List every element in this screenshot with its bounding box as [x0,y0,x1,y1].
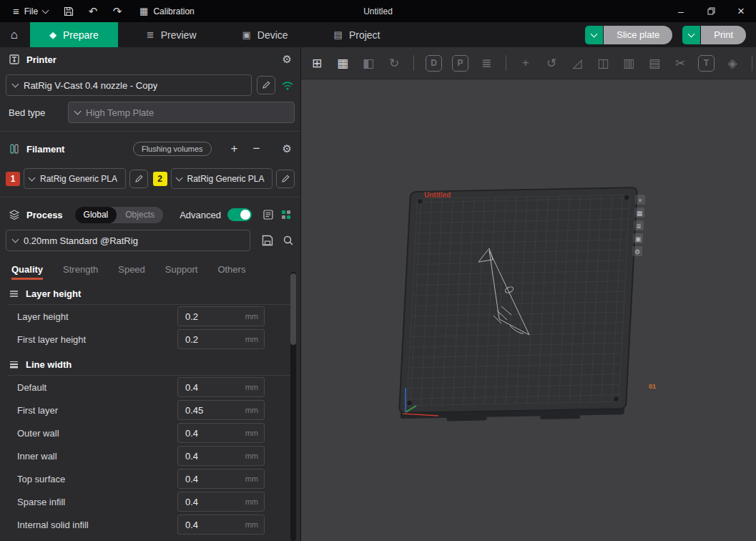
maximize-button[interactable] [696,0,726,22]
print-button[interactable]: Print [682,26,746,44]
edit-filament-1-button[interactable] [129,170,148,188]
scope-objects-button[interactable]: Objects [117,207,163,223]
sparse-infill-line-width-input[interactable] [178,497,245,507]
bed-type-select[interactable]: High Temp Plate [68,102,295,123]
first-layer-line-width-input[interactable] [178,405,245,416]
edit-printer-button[interactable] [257,76,275,94]
save-preset-icon[interactable] [261,234,274,247]
tab-project[interactable]: ▤ Project [317,22,398,47]
plate-close-icon[interactable]: × [635,195,645,205]
slice-plate-button[interactable]: Slice plate [585,26,672,44]
filament-1-badge[interactable]: 1 [6,172,20,186]
first-layer-height-field[interactable]: mm [177,329,265,349]
tab-device[interactable]: ▣ Device [225,22,305,47]
close-button[interactable]: × [726,0,756,22]
add-filament-button[interactable]: + [227,142,242,156]
save-button[interactable] [58,0,79,22]
printer-preset-select[interactable]: RatRig V-Cast 0.4 nozzle - Copy [6,74,252,96]
print-options-chevron-icon[interactable] [682,26,700,44]
scope-global-button[interactable]: Global [75,207,117,223]
inner-wall-line-width-field[interactable]: mm [177,446,265,466]
parameter-table-icon[interactable] [262,209,274,220]
slice-options-chevron-icon[interactable] [585,26,603,44]
first-layer-line-width-field[interactable]: mm [177,400,265,420]
filament-2-badge[interactable]: 2 [153,172,167,186]
plate-number-label: 01 [649,383,656,390]
rotate-icon[interactable]: ↺ [541,53,561,73]
object-list-icon[interactable] [280,209,292,220]
print-label[interactable]: Print [701,26,746,44]
scale-icon[interactable]: ◿ [567,53,587,73]
slice-plate-label[interactable]: Slice plate [604,26,672,44]
split-parts-icon[interactable]: ▤ [644,53,664,73]
layer-height-field[interactable]: mm [177,306,265,326]
edit-filament-2-button[interactable] [276,170,295,188]
build-plate[interactable] [398,187,637,422]
flushing-volumes-button[interactable]: Flushing volumes [133,142,212,156]
split-objects-icon[interactable]: ▥ [619,53,639,73]
inner-wall-line-width-input[interactable] [178,451,245,462]
param-row-internal-solid-infill: Internal solid infill mm [0,513,300,536]
layer-list-icon[interactable]: ≣ [476,53,496,73]
text-tool-icon[interactable]: T [698,55,715,72]
top-surface-line-width-field[interactable]: mm [177,469,265,489]
variable-layer-d-icon[interactable]: D [426,55,442,72]
plate-name-label[interactable]: Untitled [424,191,451,199]
auto-orient-icon[interactable]: ↻ [384,53,404,73]
params-scrollbar[interactable] [290,272,296,541]
chevron-down-icon [12,81,19,88]
cut-icon[interactable]: ✂ [670,53,690,73]
tab-others[interactable]: Others [217,264,245,280]
file-menu[interactable]: ≡ File [6,0,55,22]
variable-layer-p-icon[interactable]: P [452,55,468,72]
redo-button[interactable]: ↷ [107,0,128,22]
chevron-down-icon [29,174,36,181]
tab-quality[interactable]: Quality [11,264,43,280]
tab-prepare[interactable]: ◆ Prepare [30,22,118,47]
section-title: Line width [26,359,72,370]
mirror-icon[interactable]: ◫ [593,53,613,73]
outer-wall-line-width-input[interactable] [178,428,245,439]
default-line-width-field[interactable]: mm [177,377,265,397]
process-title: Process [26,210,63,220]
unit-label: mm [245,335,264,343]
process-preset-select[interactable]: 0.20mm Standard @RatRig [6,230,250,251]
tab-strength[interactable]: Strength [63,264,98,280]
scrollbar-thumb[interactable] [290,273,296,345]
undo-button[interactable]: ↶ [82,0,104,22]
tab-support[interactable]: Support [165,264,198,280]
filament-1-select[interactable]: RatRig Generic PLA [24,168,126,189]
remove-filament-button[interactable]: − [249,142,265,156]
move-icon[interactable]: + [516,53,536,73]
minimize-button[interactable]: – [666,0,696,22]
tab-preview[interactable]: ≣ Preview [129,22,214,47]
default-line-width-input[interactable] [178,382,245,393]
filament-settings-gear-icon[interactable]: ⚙ [283,142,292,155]
filament-2-select[interactable]: RatRig Generic PLA [171,168,273,189]
advanced-toggle[interactable] [227,208,252,221]
sparse-infill-line-width-field[interactable]: mm [177,492,265,512]
printer-settings-gear-icon[interactable]: ⚙ [283,53,292,66]
plate-layers-icon[interactable]: ≣ [634,220,644,230]
plate-lock-icon[interactable]: ⚙ [632,246,642,256]
search-icon[interactable] [282,234,295,247]
internal-solid-infill-line-width-field[interactable]: mm [177,515,265,535]
outer-wall-line-width-field[interactable]: mm [177,423,265,443]
home-button[interactable]: ⌂ [0,22,29,47]
internal-solid-infill-line-width-input[interactable] [178,520,245,530]
auto-arrange-icon[interactable]: ◧ [358,53,378,73]
section-layer-height: Layer height [7,283,293,305]
arrange-all-plates-icon[interactable]: ▦ [333,53,353,73]
scene-canvas[interactable]: Untitled 01 × ▦ ≣ ▣ ⚙ [301,79,756,541]
add-plate-icon[interactable]: ⊞ [307,53,327,73]
assembly-view-icon[interactable]: ◈ [722,53,742,73]
calibration-button[interactable]: ▦ Calibration [131,0,203,22]
first-layer-height-input[interactable] [178,334,245,345]
plate-settings-icon[interactable]: ▣ [633,233,643,243]
layer-height-input[interactable] [178,311,245,322]
wifi-icon[interactable] [280,79,295,91]
top-surface-line-width-input[interactable] [178,474,245,484]
tab-device-label: Device [257,29,288,41]
plate-arrange-icon[interactable]: ▦ [634,208,644,218]
tab-speed[interactable]: Speed [118,264,145,280]
